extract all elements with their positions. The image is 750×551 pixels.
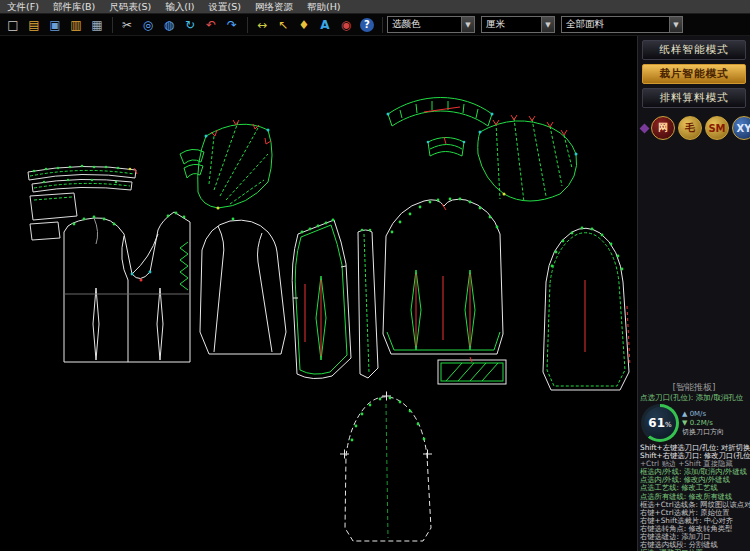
toolbar-separator [382,17,383,33]
toolbar-separator [112,17,113,33]
app-window: 文件(F) 部件库(B) 尺码表(S) 输入(I) 设置(S) 网络资源 帮助(… [0,0,750,551]
status-hint-secondary: 切换刀口方向 [682,428,724,437]
pattern-canvas[interactable] [0,36,637,551]
pan-icon[interactable]: ↔ [252,15,272,34]
unit-select-value: 厘米 [482,18,541,31]
bell-icon[interactable]: ♦ [294,15,314,34]
upload-arrow-icon: ▲ [682,410,687,418]
toolbar: □ ▤ ▣ ▥ ▦ ✂ ◎ ◍ ↻ ↶ ↷ ↔ ↖ ♦ A ◉ ? 选颜色 ▼ … [0,14,750,36]
download-speed: 0.2M/s [690,419,713,427]
badge-wool[interactable]: 毛 [678,116,702,140]
color-select-value: 选颜色 [388,18,461,31]
piece-collar-band[interactable] [387,98,494,127]
chevron-down-icon: ▼ [541,17,554,32]
speed-ball-row: 61% ▲ 0M/s ▼ 0.2M/s 切换刀口方向 [638,402,750,444]
speed-percent-value: 61 [648,416,665,430]
piece-vest-back[interactable] [383,198,503,354]
status-area: [智能推板] 点选刀口(孔位): 添加/取消孔位 61% ▲ 0M/s ▼ 0.… [638,380,750,551]
color-select[interactable]: 选颜色 ▼ [387,16,475,33]
piece-interfacing[interactable] [438,357,506,384]
network-speed-ball[interactable]: 61% [641,404,679,442]
speed-readings: ▲ 0M/s ▼ 0.2M/s 切换刀口方向 [682,410,724,437]
status-hint-primary: 点选刀口(孔位): 添加/取消孔位 [638,393,750,402]
piece-sleeve-block[interactable] [200,218,286,354]
piece-flounce-right[interactable] [478,115,578,202]
piece-sleeve-right[interactable] [543,227,630,390]
menu-item-help[interactable]: 帮助(H) [300,0,348,14]
badge-net[interactable]: 网 [651,116,675,140]
fabric-select[interactable]: 全部面料 ▼ [561,16,683,33]
save-icon[interactable]: ▣ [45,15,65,34]
menu-item-size-table[interactable]: 尺码表(S) [102,0,158,14]
badge-row: 网 毛 SM XY [640,116,750,140]
cursor-icon[interactable]: ↖ [273,15,293,34]
status-title: [智能推板] [638,382,750,393]
diamond-icon [640,123,650,133]
menu-item-input[interactable]: 输入(I) [158,0,201,14]
chevron-down-icon: ▼ [461,17,474,32]
piece-flounce-left[interactable] [198,120,272,210]
chevron-down-icon: ▼ [669,17,682,32]
help-icon[interactable]: ? [357,15,377,34]
piece-bodice-draft[interactable] [64,212,190,362]
piece-front-facing[interactable] [358,229,378,378]
fabric-select-value: 全部面料 [562,18,669,31]
zoom-in-icon[interactable]: ◎ [138,15,158,34]
menu-item-parts-library[interactable]: 部件库(B) [46,0,102,14]
mode-button-piece[interactable]: 裁片智能模式 [642,64,746,84]
menu-item-file[interactable]: 文件(F) [0,0,46,14]
film-icon[interactable]: ◉ [336,15,356,34]
mode-button-pattern[interactable]: 纸样智能模式 [642,40,746,60]
side-panel: 纸样智能模式 裁片智能模式 排料算料模式 网 毛 SM XY [智能推板] 点选… [637,36,750,551]
download-arrow-icon: ▼ [682,419,687,427]
badge-xy[interactable]: XY [732,116,750,140]
speed-percent-unit: % [665,421,672,429]
print-icon[interactable]: ▦ [87,15,107,34]
open-folder-icon[interactable]: ▤ [24,15,44,34]
text-tool-icon[interactable]: A [315,15,335,34]
speed-percent: 61% [644,407,676,439]
piece-vest-front[interactable] [292,219,351,379]
unit-select[interactable]: 厘米 ▼ [481,16,555,33]
piece-collar-stand[interactable] [427,137,466,156]
zoom-out-icon[interactable]: ◍ [159,15,179,34]
redo-icon[interactable]: ↷ [222,15,242,34]
menu-bar: 文件(F) 部件库(B) 尺码表(S) 输入(I) 设置(S) 网络资源 帮助(… [0,0,750,14]
piece-waistband[interactable] [28,165,137,180]
upload-speed: 0M/s [690,410,707,418]
new-file-icon[interactable]: □ [3,15,23,34]
cut-icon[interactable]: ✂ [117,15,137,34]
menu-item-network-resources[interactable]: 网络资源 [248,0,300,14]
undo-icon[interactable]: ↶ [201,15,221,34]
shortcut-hint-list: Shift+左键选刀口/孔位: 对折切换 Shift+右键选刀口: 修改刀口(孔… [638,444,750,551]
piece-collar-under[interactable] [32,179,132,192]
toolbar-separator [247,17,248,33]
import-icon[interactable]: ▥ [66,15,86,34]
refresh-icon[interactable]: ↻ [180,15,200,34]
piece-tab[interactable] [30,222,60,240]
piece-sleeve-bottom[interactable] [340,392,432,542]
piece-pocket-flap[interactable] [30,193,77,220]
help-icon-glyph: ? [360,18,374,32]
menu-item-settings[interactable]: 设置(S) [202,0,248,14]
mode-button-marker[interactable]: 排料算料模式 [642,88,746,108]
badge-sm[interactable]: SM [705,116,729,140]
